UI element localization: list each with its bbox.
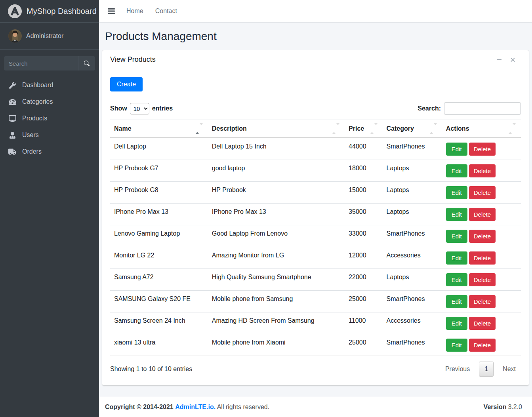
table-row: HP Probook G7 good laptop 18000 Laptops … — [110, 160, 521, 182]
card-body: Create Show 10 entries Search: — [102, 69, 529, 385]
delete-button[interactable]: Delete — [469, 143, 496, 156]
collapse-button[interactable] — [496, 57, 502, 63]
table-row: Samsung Screen 24 Inch Amazing HD Screen… — [110, 312, 521, 334]
user-avatar — [8, 29, 22, 43]
sidebar-item-dashboard[interactable]: Dashboard — [3, 77, 96, 93]
products-table: Name Description Price — [110, 120, 521, 356]
edit-button[interactable]: Edit — [446, 186, 467, 199]
cell-category: Laptops — [383, 160, 442, 182]
edit-button[interactable]: Edit — [446, 273, 467, 286]
table-header-row: Name Description Price — [110, 120, 521, 138]
cell-actions: EditDelete — [442, 182, 521, 204]
table-row: Dell Laptop Dell Laptop 15 Inch 44000 Sm… — [110, 138, 521, 160]
cell-actions: EditDelete — [442, 312, 521, 334]
column-header-category[interactable]: Category — [383, 120, 442, 138]
cell-category: Accessories — [383, 312, 442, 334]
page-length-select[interactable]: 10 — [130, 103, 149, 114]
sidebar-item-products[interactable]: Products — [3, 110, 96, 127]
main-footer: Copyright © 2014-2021 AdminLTE.io. All r… — [99, 397, 532, 417]
next-page-button[interactable]: Next — [498, 362, 521, 376]
cell-name: Samsung A72 — [110, 269, 208, 291]
sidebar-item-categories[interactable]: Categories — [3, 93, 96, 110]
navbar-link-contact[interactable]: Contact — [149, 4, 183, 18]
cell-name: SAMSUNG Galaxy S20 FE — [110, 291, 208, 312]
delete-button[interactable]: Delete — [469, 186, 496, 199]
delete-button[interactable]: Delete — [469, 251, 496, 265]
column-header-actions[interactable]: Actions — [442, 120, 521, 138]
table-row: xiaomi 13 ultra Mobile phone from Xiaomi… — [110, 334, 521, 356]
cell-category: Accessories — [383, 247, 442, 269]
cell-category: Laptops — [383, 269, 442, 291]
table-row: HP Probook G8 HP Probook 15000 Laptops E… — [110, 182, 521, 204]
table-row: SAMSUNG Galaxy S20 FE Mobile phone from … — [110, 291, 521, 312]
sidebar-search-button[interactable] — [78, 56, 95, 70]
cell-price: 15000 — [345, 182, 382, 204]
sidebar-item-label: Dashboard — [22, 82, 53, 89]
sort-icon — [332, 125, 340, 132]
cell-name: Samsung Screen 24 Inch — [110, 312, 208, 334]
column-header-name[interactable]: Name — [110, 120, 208, 138]
desktop-icon — [8, 115, 17, 122]
cell-name: HP Probook G8 — [110, 182, 208, 204]
cell-category: Laptops — [383, 204, 442, 225]
datatable-toolbar: Show 10 entries Search: — [110, 102, 521, 115]
sidebar-item-orders[interactable]: Orders — [3, 143, 96, 160]
edit-button[interactable]: Edit — [446, 317, 467, 330]
delete-button[interactable]: Delete — [469, 164, 496, 177]
cell-description: Dell Laptop 15 Inch — [208, 138, 345, 160]
cell-price: 12000 — [345, 247, 382, 269]
delete-button[interactable]: Delete — [469, 317, 496, 330]
sidebar-item-label: Orders — [22, 148, 42, 155]
cell-name: Dell Laptop — [110, 138, 208, 160]
column-header-description[interactable]: Description — [208, 120, 345, 138]
delete-button[interactable]: Delete — [469, 208, 496, 221]
sidebar-search-input[interactable] — [4, 56, 78, 70]
cell-price: 44000 — [345, 138, 382, 160]
cell-actions: EditDelete — [442, 225, 521, 247]
sidebar-item-label: Products — [22, 115, 47, 122]
edit-button[interactable]: Edit — [446, 164, 467, 177]
cell-actions: EditDelete — [442, 160, 521, 182]
edit-button[interactable]: Edit — [446, 295, 467, 308]
edit-button[interactable]: Edit — [446, 339, 467, 352]
brand-title: MyShop Dashboard — [27, 7, 97, 16]
column-header-price[interactable]: Price — [345, 120, 382, 138]
edit-button[interactable]: Edit — [446, 230, 467, 243]
create-button[interactable]: Create — [110, 77, 143, 91]
adminlte-link[interactable]: AdminLTE.io. — [175, 404, 215, 410]
delete-button[interactable]: Delete — [469, 230, 496, 243]
navbar-link-home[interactable]: Home — [120, 4, 149, 18]
delete-button[interactable]: Delete — [469, 339, 496, 352]
sidebar-toggle-button[interactable] — [102, 4, 120, 18]
delete-button[interactable]: Delete — [469, 273, 496, 286]
table-search-input[interactable] — [444, 102, 521, 115]
page-length-control: Show 10 entries — [110, 103, 173, 114]
edit-button[interactable]: Edit — [446, 251, 467, 265]
current-page-button[interactable]: 1 — [479, 362, 494, 377]
sort-icon — [370, 125, 378, 132]
cell-description: Good Laptop From Lenovo — [208, 225, 345, 247]
sort-icon — [195, 125, 203, 132]
cell-name: HP Probook G7 — [110, 160, 208, 182]
edit-button[interactable]: Edit — [446, 208, 467, 221]
close-button[interactable] — [510, 57, 515, 63]
page-title: Products Management — [105, 30, 526, 43]
cell-description: Amazing Monitor from LG — [208, 247, 345, 269]
delete-button[interactable]: Delete — [469, 295, 496, 308]
length-label-prefix: Show — [110, 105, 127, 112]
sidebar-nav: Dashboard Categories Products Users — [0, 77, 99, 160]
user-name-link[interactable]: Administrator — [26, 32, 63, 40]
cell-price: 25000 — [345, 291, 382, 312]
brand-link[interactable]: MyShop Dashboard — [0, 0, 99, 23]
previous-page-button[interactable]: Previous — [440, 362, 475, 376]
sidebar-item-users[interactable]: Users — [3, 127, 96, 143]
card-header: View Products — [102, 50, 529, 69]
table-row: Monitor LG 22 Amazing Monitor from LG 12… — [110, 247, 521, 269]
user-tie-icon — [8, 132, 17, 139]
table-search-label: Search: — [418, 105, 441, 112]
view-products-card: View Products Create Show 10 — [102, 50, 529, 385]
table-info: Showing 1 to 10 of 10 entries — [110, 366, 192, 373]
minus-icon — [497, 59, 501, 60]
edit-button[interactable]: Edit — [446, 143, 467, 156]
tachometer-icon — [8, 99, 17, 105]
